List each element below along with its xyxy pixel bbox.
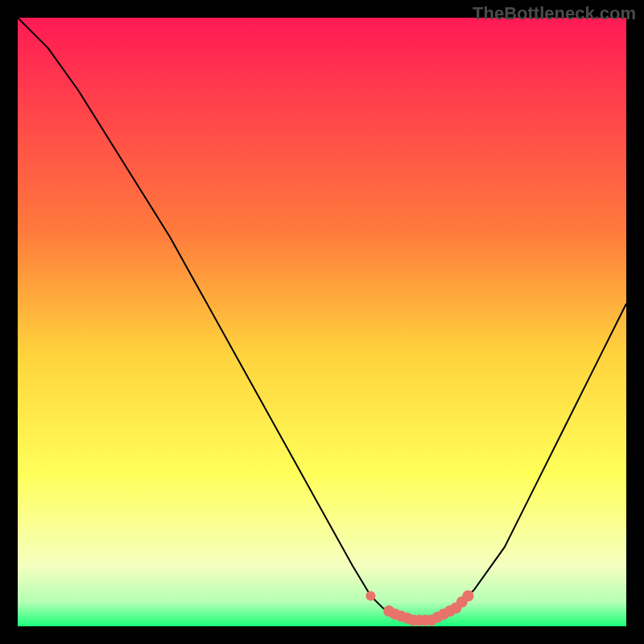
- watermark-text: TheBottleneck.com: [473, 3, 636, 24]
- svg-point-0: [365, 591, 375, 601]
- plot-area: [18, 18, 626, 626]
- chart-svg: [18, 18, 626, 626]
- gradient-background: [18, 18, 626, 626]
- svg-point-14: [462, 590, 473, 601]
- chart-container: TheBottleneck.com: [0, 0, 644, 644]
